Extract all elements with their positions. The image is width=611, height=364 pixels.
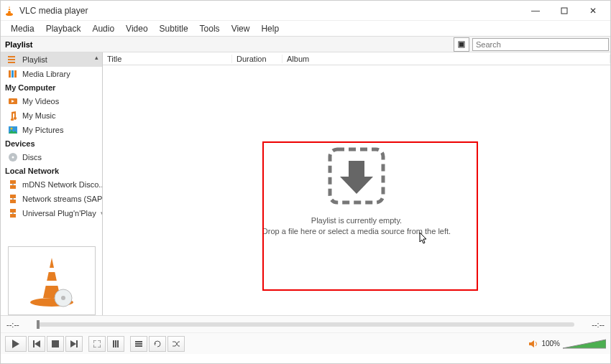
extended-settings-button[interactable] (107, 336, 124, 352)
sidebar-head-computer: My Computer (1, 81, 102, 94)
svg-point-2 (6, 13, 13, 16)
album-art-preview (8, 246, 96, 315)
network-icon (8, 179, 18, 190)
svg-rect-18 (10, 185, 16, 189)
sidebar-item-sap[interactable]: Network streams (SAP) (1, 192, 102, 206)
svg-rect-23 (10, 209, 16, 213)
drop-arrow-icon (324, 144, 389, 208)
volume-control[interactable]: 100% (528, 338, 606, 350)
svg-rect-28 (45, 281, 58, 286)
playlist-label: Playlist (1, 40, 454, 49)
empty-playlist-text: Playlist is currently empty. Drop a file… (262, 215, 451, 238)
picture-icon (8, 125, 18, 135)
search-input[interactable] (472, 38, 609, 51)
sidebar-item-label: Universal Plug'n'Play (22, 209, 96, 218)
sidebar-item-label: My Music (22, 111, 55, 120)
menu-tools[interactable]: Tools (194, 22, 226, 35)
library-icon (8, 69, 18, 79)
sidebar-head-network: Local Network (1, 164, 102, 177)
close-button[interactable]: ✕ (579, 1, 607, 21)
sidebar-item-label: My Videos (22, 97, 59, 106)
volume-slider[interactable] (563, 338, 606, 350)
maximize-button[interactable] (550, 1, 579, 21)
column-headers: Title Duration Album (103, 52, 610, 65)
svg-rect-10 (12, 70, 14, 78)
vlc-cone-large-icon (23, 252, 81, 309)
menu-media[interactable]: Media (5, 22, 40, 35)
svg-rect-32 (52, 340, 59, 347)
sidebar-item-label: Media Library (22, 70, 70, 78)
sidebar-item-label: My Pictures (22, 126, 63, 134)
svg-rect-7 (8, 59, 15, 60)
svg-point-14 (11, 128, 13, 130)
svg-rect-37 (135, 343, 142, 345)
svg-rect-35 (117, 340, 119, 347)
content-area: ▴ Playlist Media Library My Computer My … (1, 52, 610, 315)
chevron-down-icon: ▾ (101, 210, 102, 217)
menu-video[interactable]: Video (120, 22, 153, 35)
sidebar-item-mdns[interactable]: mDNS Network Disco... (1, 177, 102, 192)
network-icon (8, 194, 18, 204)
col-album[interactable]: Album (282, 55, 610, 63)
play-button[interactable] (5, 336, 27, 352)
menu-view[interactable]: View (226, 22, 256, 35)
playlist-dropzone[interactable]: Playlist is currently empty. Drop a file… (103, 65, 610, 315)
music-icon (8, 111, 18, 121)
seekbar-row: --:-- --:-- (1, 315, 610, 332)
menubar: Media Playback Audio Video Subtitle Tool… (1, 21, 610, 37)
svg-rect-34 (115, 340, 116, 347)
svg-rect-5 (459, 42, 464, 47)
sidebar-item-my-pictures[interactable]: My Pictures (1, 123, 102, 137)
menu-playback[interactable]: Playback (40, 22, 87, 35)
svg-rect-33 (113, 340, 114, 347)
svg-point-30 (61, 296, 65, 300)
shuffle-button[interactable] (167, 336, 185, 352)
playlist-toolbar: Playlist (1, 37, 610, 52)
sidebar-item-media-library[interactable]: Media Library (1, 67, 102, 81)
speaker-icon (528, 339, 538, 349)
menu-subtitle[interactable]: Subtitle (154, 22, 194, 35)
menu-help[interactable]: Help (255, 22, 285, 35)
stop-button[interactable] (47, 336, 64, 352)
video-icon (8, 96, 18, 106)
sidebar-item-discs[interactable]: Discs (1, 150, 102, 164)
playlist-icon (8, 55, 18, 65)
svg-rect-21 (10, 200, 16, 203)
view-toggle-button[interactable] (454, 37, 469, 52)
sidebar-head-devices: Devices (1, 137, 102, 150)
sidebar-item-label: Discs (22, 153, 42, 162)
svg-rect-17 (10, 180, 16, 184)
menu-audio[interactable]: Audio (86, 22, 120, 35)
svg-rect-8 (8, 62, 15, 63)
playback-controls: 100% (1, 332, 610, 354)
svg-rect-1 (8, 10, 11, 11)
sidebar-item-label: mDNS Network Disco... (22, 180, 102, 189)
next-button[interactable] (65, 336, 83, 352)
col-duration[interactable]: Duration (232, 55, 282, 63)
window-title: VLC media player (19, 6, 521, 16)
sidebar-item-upnp[interactable]: Universal Plug'n'Play ▾ (1, 206, 102, 220)
network-icon (8, 208, 18, 218)
prev-button[interactable] (28, 336, 45, 352)
playlist-toggle-button[interactable] (130, 336, 147, 352)
svg-rect-11 (14, 70, 17, 78)
sidebar-item-playlist[interactable]: Playlist (1, 52, 102, 67)
svg-rect-36 (135, 341, 142, 342)
time-elapsed: --:-- (6, 320, 31, 329)
seekbar[interactable] (37, 322, 574, 327)
sidebar-item-my-music[interactable]: My Music (1, 108, 102, 123)
playlist-main: Title Duration Album Playlist is current… (103, 52, 610, 315)
svg-rect-0 (9, 8, 11, 9)
minimize-button[interactable]: — (521, 1, 550, 21)
svg-rect-20 (10, 195, 16, 198)
loop-button[interactable] (149, 336, 166, 352)
sidebar-item-my-videos[interactable]: My Videos (1, 94, 102, 108)
scroll-up-arrow[interactable]: ▴ (92, 54, 101, 61)
volume-percent: 100% (541, 340, 560, 347)
sidebar-item-label: Network streams (SAP) (22, 195, 102, 203)
fullscreen-button[interactable] (88, 336, 106, 352)
svg-rect-24 (10, 214, 16, 218)
col-title[interactable]: Title (103, 55, 232, 63)
svg-rect-38 (135, 345, 142, 347)
svg-rect-9 (9, 70, 11, 78)
